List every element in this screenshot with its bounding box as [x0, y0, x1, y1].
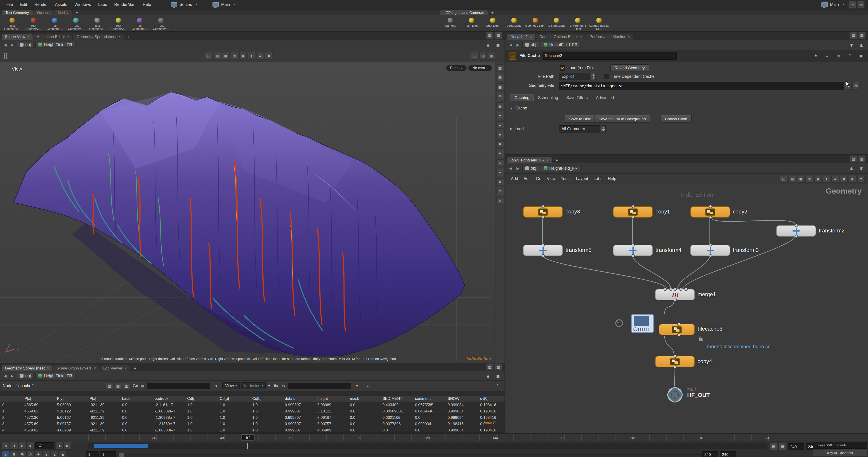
forward-icon[interactable]: ▶	[515, 43, 521, 47]
shelf-tool-test-geometry[interactable]: Test Geometry:...	[44, 16, 65, 30]
maximize-pane-icon[interactable]: ▦	[858, 155, 866, 163]
load-mode-dropdown[interactable]: All Geometry	[559, 125, 600, 132]
range-slider-handle[interactable]	[119, 452, 125, 457]
timeline-ruler[interactable]: 124487296120144168192216240 57	[0, 434, 868, 441]
time-dependent-checkbox[interactable]	[604, 74, 610, 79]
next-key-icon[interactable]: ▶	[63, 442, 71, 450]
shelf-tool-geometry-light[interactable]: Geometry Light	[525, 16, 546, 27]
node-transform5[interactable]: transform5	[523, 245, 563, 256]
shelf-tab-modify[interactable]: Modify	[54, 10, 72, 16]
expand-icon[interactable]: ▶	[510, 127, 513, 131]
wireframe-mode-icon[interactable]: ▲	[256, 52, 264, 60]
pane-link-icon[interactable]: ▣	[494, 41, 502, 49]
column-header-p-x[interactable]: P[x]	[22, 396, 55, 402]
measure-icon[interactable]: ×	[496, 178, 504, 186]
stepper-icon[interactable]	[591, 73, 596, 80]
breadcrumb-heightfield-fr[interactable]: HeightField_FR	[541, 41, 581, 48]
column-header-uv-0[interactable]: uv[0]	[478, 396, 504, 402]
render-view-icon[interactable]: ▤	[471, 52, 478, 60]
construction-plane-icon[interactable]: +	[496, 169, 504, 176]
shelf-tool-camera[interactable]: Camera	[440, 16, 461, 27]
filter-icon[interactable]: ▼	[213, 382, 220, 390]
rotate-tool-icon[interactable]: ▣	[222, 52, 230, 60]
menu-file[interactable]: File	[3, 1, 17, 8]
pencil-icon[interactable]: ◎	[26, 451, 34, 457]
tab-log-viewer[interactable]: Log Viewer×	[100, 365, 130, 371]
solaris-desktop-selector[interactable]: Solaris ▾	[167, 2, 201, 7]
breadcrumb-obj[interactable]: obj	[522, 165, 539, 172]
column-header-p-z[interactable]: P[z]	[87, 396, 120, 402]
cut-icon[interactable]: ▤	[780, 175, 787, 182]
search-icon[interactable]: ◎	[835, 52, 842, 59]
load-from-disk-checkbox[interactable]	[560, 65, 565, 70]
cancel-cook-button[interactable]: Cancel Cook	[660, 115, 691, 123]
new-tab-button[interactable]: +	[131, 366, 139, 371]
node-name-input[interactable]: filecache2	[542, 52, 677, 59]
flipbook-icon[interactable]: ▦	[479, 52, 487, 60]
shelf-tool-test-geometry[interactable]: Test Geometry:...	[108, 16, 129, 30]
close-icon[interactable]: ×	[27, 35, 29, 39]
network-canvas[interactable]: Indie Edition Geometry copy3copy1copy2tr…	[505, 184, 868, 433]
node-transform2[interactable]: transform2	[776, 225, 816, 237]
close-icon[interactable]: ×	[67, 35, 69, 39]
close-icon[interactable]: ×	[580, 35, 582, 39]
netmenu-help[interactable]: Help	[605, 176, 619, 182]
screen-layout-icon[interactable]: ▤	[848, 1, 856, 8]
node-filecache3[interactable]: filecache3 mountainscombined.bgeo.sc	[631, 314, 635, 318]
pane-link-icon[interactable]: ▣	[858, 41, 865, 49]
tab-filecache2[interactable]: filecache2×	[507, 34, 535, 40]
close-icon[interactable]: ×	[119, 35, 121, 39]
select-keys-icon[interactable]: ▦	[10, 451, 18, 457]
menu-assets[interactable]: Assets	[51, 1, 71, 8]
tab-scene-view[interactable]: Scene View×	[2, 34, 33, 40]
pin-icon[interactable]: ◉	[848, 164, 855, 172]
new-tab-button[interactable]: +	[125, 35, 133, 40]
bypass-ring-icon[interactable]	[615, 319, 623, 327]
open-folder-icon[interactable]: ▦	[852, 82, 860, 90]
shelf-tab-add[interactable]: +	[489, 10, 496, 16]
breadcrumb-heightfield-fr[interactable]: HeightField_FR	[35, 373, 75, 379]
paste-icon[interactable]: ▣	[797, 175, 805, 182]
shelf-tab-oceans[interactable]: Oceans	[33, 10, 53, 16]
split-pane-icon[interactable]: ▤	[486, 32, 494, 39]
menu-help[interactable]: Help	[139, 1, 155, 8]
persp-view-menu[interactable]: Persp▾	[446, 65, 467, 71]
shading-icon[interactable]: ◉	[496, 102, 504, 110]
shelf-tab-add[interactable]: +	[73, 10, 81, 16]
box-select-keys-icon[interactable]: ▣	[18, 451, 26, 457]
global-start-field[interactable]: 1	[86, 451, 98, 457]
gear-icon[interactable]: ✱	[812, 52, 819, 59]
back-icon[interactable]: ◀	[508, 166, 514, 170]
primitive-mode-icon[interactable]: ▣	[123, 382, 130, 390]
breadcrumb-obj[interactable]: obj	[522, 41, 539, 48]
close-icon[interactable]: ×	[628, 35, 630, 39]
normals-icon[interactable]: ■	[496, 131, 504, 139]
split-pane-icon[interactable]: ▤	[486, 363, 494, 371]
pane-link-icon[interactable]: ▣	[858, 164, 865, 172]
shelf-tool-test-geometry[interactable]: Test Geometry:...	[129, 16, 150, 30]
copy-icon[interactable]: ▦	[788, 175, 796, 182]
move-tool-icon[interactable]: ▦	[213, 52, 221, 60]
forward-icon[interactable]: ▶	[515, 166, 521, 170]
pin-view-icon[interactable]: ▦	[496, 74, 504, 82]
range-end-field[interactable]: 240	[788, 443, 804, 450]
ripple-edit-icon[interactable]: ◉	[34, 451, 42, 457]
intrinsics-dropdown[interactable]: Intrinsics▾	[241, 382, 266, 389]
pin-icon[interactable]: ◉	[484, 372, 492, 380]
tab-advanced[interactable]: Advanced	[592, 94, 618, 101]
breadcrumb-heightfield-fr[interactable]: HeightField_FR	[35, 41, 75, 48]
sliders-icon[interactable]: ≡	[823, 52, 831, 59]
group-input[interactable]	[147, 383, 210, 389]
shelf-tool-test-geometry[interactable]: Test Geometry:...	[66, 16, 86, 30]
column-header-base[interactable]: base	[120, 396, 152, 402]
minimap-icon[interactable]: ●	[823, 175, 831, 182]
node-copy1[interactable]: copy1	[613, 206, 653, 217]
menu-edit[interactable]: Edit	[17, 1, 31, 8]
menu-renderman[interactable]: RenderMan	[111, 1, 139, 8]
tab-animation-editor[interactable]: Animation Editor×	[34, 34, 72, 40]
camera-menu[interactable]: No cam▾	[468, 65, 492, 71]
tab-obj-heightfield-fr[interactable]: /obj/HeightField_FR×	[507, 157, 552, 163]
color-palette-icon[interactable]: ▲	[831, 175, 839, 182]
layout-nodes-icon[interactable]: ◎	[806, 175, 813, 182]
split-pane-icon[interactable]: ▤	[849, 155, 857, 163]
